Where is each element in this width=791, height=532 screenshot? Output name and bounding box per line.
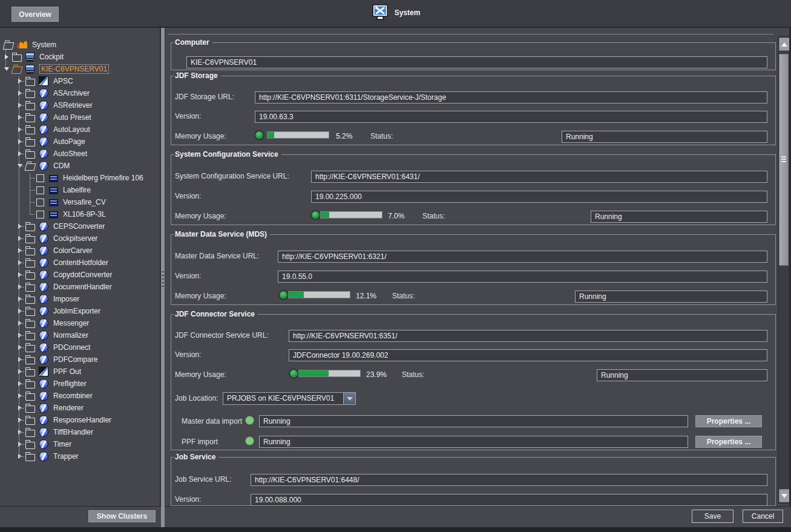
- tree-item-timer[interactable]: Timer: [0, 438, 160, 450]
- vertical-scrollbar[interactable]: [778, 36, 790, 504]
- tree-item-normalizer[interactable]: Normalizer: [0, 329, 160, 341]
- scrollbar-thumb[interactable]: [779, 54, 789, 266]
- expander-down-icon[interactable]: [15, 160, 25, 172]
- tree-item-pdconnect[interactable]: PDConnect: [0, 341, 160, 353]
- master-data-import-status-field[interactable]: [259, 415, 688, 427]
- mds-url-field[interactable]: [278, 251, 767, 263]
- expander-right-icon[interactable]: [15, 75, 25, 87]
- expander-right-icon[interactable]: [15, 353, 25, 366]
- expander-right-icon[interactable]: [15, 341, 25, 353]
- master-data-import-properties-button[interactable]: Properties ...: [695, 415, 762, 427]
- tree-item-system[interactable]: System: [0, 39, 160, 51]
- checkbox-icon[interactable]: [36, 174, 44, 182]
- expander-right-icon[interactable]: [15, 232, 25, 245]
- expander-right-icon[interactable]: [15, 414, 25, 426]
- tree-item-apsc[interactable]: APSC: [0, 75, 160, 87]
- tree-item-contenthotfolder[interactable]: ContentHotfolder: [0, 257, 160, 269]
- expander-right-icon[interactable]: [15, 390, 25, 402]
- tree-item-asretriever[interactable]: ASRetriever: [0, 99, 160, 111]
- tree-item-cdm[interactable]: CDM: [0, 160, 160, 172]
- scs-status-field[interactable]: [591, 211, 767, 223]
- tree-item-pdfcompare[interactable]: PDFCompare: [0, 353, 160, 366]
- tree-item-cockpit[interactable]: Cockpit: [0, 51, 160, 63]
- jdfc-status-field[interactable]: [597, 369, 767, 381]
- mds-version-field[interactable]: [278, 271, 767, 283]
- expander-right-icon[interactable]: [15, 123, 25, 136]
- overview-button[interactable]: Overview: [11, 7, 59, 22]
- tree-item-responsehandler[interactable]: ResponseHandler: [0, 414, 160, 426]
- show-clusters-button[interactable]: Show Clusters: [88, 510, 156, 522]
- expander-right-icon[interactable]: [15, 269, 25, 281]
- checkbox-icon[interactable]: [36, 186, 44, 194]
- expander-down-icon[interactable]: [1, 63, 12, 75]
- computer-name-field[interactable]: [186, 56, 767, 68]
- scs-version-field[interactable]: [311, 191, 767, 203]
- tree-item-preflighter[interactable]: Preflighter: [0, 378, 160, 390]
- job-service-version-field[interactable]: [251, 494, 767, 506]
- scroll-up-button[interactable]: [779, 38, 790, 51]
- tree-item-kie-c6vpnserv01[interactable]: KIE-C6VPNSERV01: [0, 63, 160, 75]
- expander-right-icon[interactable]: [15, 293, 25, 305]
- expander-right-icon[interactable]: [15, 245, 25, 257]
- expander-right-icon[interactable]: [15, 402, 25, 414]
- expander-right-icon[interactable]: [15, 87, 25, 99]
- panel-splitter[interactable]: [161, 28, 165, 527]
- tree-item-trapper[interactable]: Trapper: [0, 450, 160, 462]
- expander-right-icon[interactable]: [15, 450, 25, 462]
- tree-item-colorcarver[interactable]: ColorCarver: [0, 245, 160, 257]
- jdfc-url-field[interactable]: [289, 330, 767, 342]
- scs-url-field[interactable]: [311, 171, 767, 183]
- expander-right-icon[interactable]: [15, 426, 25, 438]
- tree-item-renderer[interactable]: Renderer: [0, 402, 160, 414]
- save-button[interactable]: Save: [692, 510, 734, 523]
- expander-right-icon[interactable]: [15, 281, 25, 293]
- tree-item-ppf-out[interactable]: PPF Out: [0, 366, 160, 378]
- expander-right-icon[interactable]: [15, 257, 25, 269]
- checkbox-icon[interactable]: [36, 211, 44, 218]
- tree-item-tiffbhandler[interactable]: TiffBHandler: [0, 426, 160, 438]
- tree-item-label: ColorCarver: [53, 246, 93, 255]
- tree-item-imposer[interactable]: Imposer: [0, 293, 160, 305]
- tree-item-autopage[interactable]: AutoPage: [0, 136, 160, 148]
- tree-item-versafire-cv[interactable]: Versafire_CV: [0, 196, 160, 208]
- jdfc-version-field[interactable]: [289, 349, 767, 361]
- job-location-dropdown[interactable]: PRJOBS on KIE-C6VPNSERV01: [223, 392, 356, 405]
- tree-item-cockpitserver[interactable]: Cockpitserver: [0, 232, 160, 245]
- expander-right-icon[interactable]: [15, 136, 25, 148]
- jdf-storage-status-field[interactable]: [562, 131, 767, 143]
- job-service-url-field[interactable]: [251, 474, 767, 486]
- mds-status-field[interactable]: [575, 291, 767, 303]
- expander-right-icon[interactable]: [1, 51, 12, 63]
- tree-item-autosheet[interactable]: AutoSheet: [0, 148, 160, 160]
- chevron-down-icon[interactable]: [343, 393, 355, 404]
- tree-item-jobimexporter[interactable]: JobImExporter: [0, 305, 160, 317]
- expander-right-icon[interactable]: [15, 148, 25, 160]
- expander-right-icon[interactable]: [15, 438, 25, 450]
- tree-item-copydotconverter[interactable]: CopydotConverter: [0, 269, 160, 281]
- ppf-import-properties-button[interactable]: Properties ...: [695, 436, 762, 448]
- tree-item-auto-preset[interactable]: Auto Preset: [0, 111, 160, 123]
- expander-right-icon[interactable]: [15, 111, 25, 123]
- expander-right-icon[interactable]: [15, 305, 25, 317]
- expander-right-icon[interactable]: [15, 366, 25, 378]
- tree-item-messenger[interactable]: Messenger: [0, 317, 160, 329]
- expander-right-icon[interactable]: [15, 220, 25, 232]
- tree-item-asarchiver[interactable]: ASArchiver: [0, 87, 160, 99]
- expander-right-icon[interactable]: [15, 99, 25, 111]
- tree-item-heidelberg-primefire-106[interactable]: Heidelberg Primefire 106: [0, 172, 160, 184]
- tree-item-cepsconverter[interactable]: CEPSConverter: [0, 220, 160, 232]
- ppf-import-status-field[interactable]: [259, 436, 688, 448]
- expander-right-icon[interactable]: [15, 329, 25, 341]
- tree-item-autolayout[interactable]: AutoLayout: [0, 123, 160, 136]
- tree-item-labelfire[interactable]: Labelfire: [0, 184, 160, 196]
- jdf-storage-version-field[interactable]: [255, 111, 767, 123]
- checkbox-icon[interactable]: [36, 199, 44, 206]
- expander-right-icon[interactable]: [15, 378, 25, 390]
- expander-right-icon[interactable]: [15, 317, 25, 329]
- jdf-storage-url-field[interactable]: [255, 91, 767, 103]
- tree-item-documenthandler[interactable]: DocumentHandler: [0, 281, 160, 293]
- scroll-down-button[interactable]: [779, 489, 790, 502]
- cancel-button[interactable]: Cancel: [743, 510, 783, 523]
- tree-item-xl106-8p-3l[interactable]: XL106-8P-3L: [0, 208, 160, 220]
- tree-item-recombiner[interactable]: Recombiner: [0, 390, 160, 402]
